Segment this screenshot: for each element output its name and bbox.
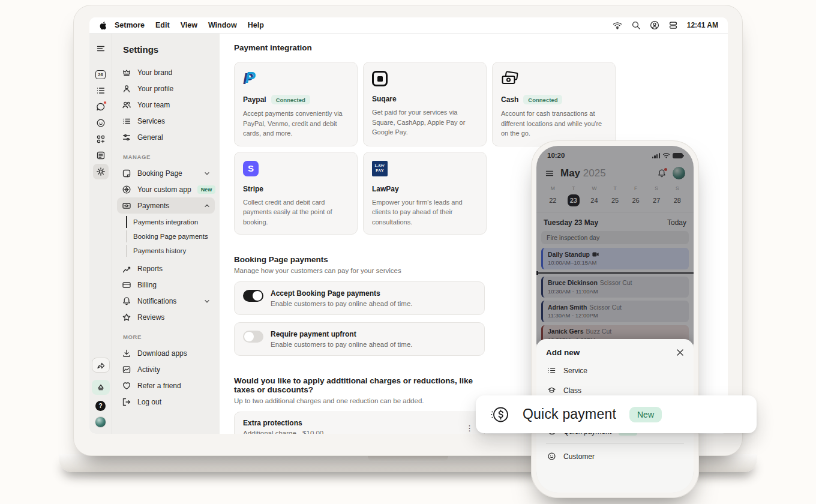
custom-app-icon xyxy=(122,185,131,194)
sidebar-title: Settings xyxy=(123,44,215,55)
sidebar-item-booking-page[interactable]: Booking Page xyxy=(117,165,215,181)
payments-submenu: Payments integration Booking Page paymen… xyxy=(126,215,215,258)
user-avatar[interactable] xyxy=(95,416,106,428)
quick-payment-callout[interactable]: Quick payment New xyxy=(476,395,757,433)
page-title: Payment integration xyxy=(234,43,728,52)
services-icon xyxy=(122,116,131,126)
sidebar-item-your-profile[interactable]: Your profile xyxy=(117,80,215,97)
calendar-icon[interactable]: 26 xyxy=(93,67,109,82)
menubar-item-help[interactable]: Help xyxy=(242,21,269,29)
menu-hamburger-icon[interactable] xyxy=(93,41,109,56)
menubar-clock[interactable]: 12:41 AM xyxy=(687,21,718,29)
toggle-switch-on[interactable] xyxy=(243,290,263,302)
team-icon xyxy=(122,100,131,110)
toggle-switch-off[interactable] xyxy=(243,331,263,343)
charges-heading: Would you like to apply addtitional char… xyxy=(234,376,492,394)
sidebar-item-activity[interactable]: Activity xyxy=(117,361,215,377)
cash-logo xyxy=(501,71,519,86)
account-icon[interactable] xyxy=(650,20,659,30)
phone-mockup: 10:20 May 2025 M22 xyxy=(531,140,699,498)
card-cash[interactable]: CashConnected Account for cash transacti… xyxy=(492,62,616,146)
sidebar-item-your-brand[interactable]: Your brand xyxy=(117,64,215,80)
chevron-down-icon xyxy=(204,170,210,176)
sidebar-item-services[interactable]: Services xyxy=(117,113,215,129)
star-icon xyxy=(122,313,131,322)
sidebar-item-your-custom-app[interactable]: Your custom app New xyxy=(117,181,215,197)
sidebar-item-payments[interactable]: Payments xyxy=(117,197,215,214)
booking-page-icon xyxy=(122,169,131,178)
list-icon[interactable] xyxy=(93,83,109,98)
connected-badge: Connected xyxy=(271,95,310,104)
sidebar-item-download-apps[interactable]: Download apps xyxy=(117,345,215,361)
charge-row-extra-protections: Extra protections Additional charge - $1… xyxy=(234,412,485,434)
menubar-item-window[interactable]: Window xyxy=(203,21,242,29)
apps-plus-icon[interactable] xyxy=(93,131,109,147)
reports-icon xyxy=(122,264,131,274)
sidebar-item-log-out[interactable]: Log out xyxy=(117,394,215,410)
search-icon[interactable] xyxy=(631,20,641,30)
chat-icon[interactable] xyxy=(93,99,109,115)
sidebar-item-your-team[interactable]: Your team xyxy=(117,97,215,113)
billing-icon xyxy=(122,280,131,290)
menubar-item-edit[interactable]: Edit xyxy=(150,21,175,29)
payments-icon xyxy=(122,201,131,211)
menubar-item-view[interactable]: View xyxy=(175,21,203,29)
app-icon-rail: 26 ? xyxy=(89,34,112,434)
callout-label: Quick payment xyxy=(523,406,616,422)
apple-icon[interactable] xyxy=(99,21,107,30)
sheet-item-service[interactable]: Service xyxy=(536,361,694,380)
close-icon[interactable] xyxy=(676,349,684,356)
sheet-item-customer[interactable]: Customer xyxy=(536,446,694,466)
connected-badge: Connected xyxy=(523,95,562,104)
phone-screen: 10:20 May 2025 M22 xyxy=(536,146,694,493)
services-icon xyxy=(547,366,556,375)
upgrade-icon[interactable] xyxy=(92,380,110,395)
paypal-logo: PP xyxy=(243,71,253,86)
sidebar-section-more: MORE xyxy=(123,334,215,340)
sheet-title: Add new xyxy=(546,348,580,357)
wifi-icon[interactable] xyxy=(613,20,622,30)
subitem-payments-history[interactable]: Payments history xyxy=(126,244,215,258)
activity-icon xyxy=(122,365,131,374)
help-icon[interactable]: ? xyxy=(95,401,106,411)
sidebar-item-notifications[interactable]: Notifications xyxy=(117,293,215,309)
profile-icon xyxy=(122,84,131,94)
control-center-icon[interactable] xyxy=(668,20,678,30)
coin-dollar-icon xyxy=(490,405,509,424)
square-logo xyxy=(372,71,388,86)
customer-smiley-icon xyxy=(547,452,556,461)
subitem-booking-page-payments[interactable]: Booking Page payments xyxy=(126,229,215,244)
settings-gear-icon[interactable] xyxy=(93,164,109,179)
subitem-payments-integration[interactable]: Payments integration xyxy=(126,215,215,229)
download-icon xyxy=(122,349,131,358)
graduation-cap-icon xyxy=(547,386,556,395)
card-lawpay[interactable]: LAWPAY LawPay Empower your firm's leads … xyxy=(363,152,487,235)
notes-icon[interactable] xyxy=(93,148,109,163)
stripe-logo: S xyxy=(243,161,259,176)
dim-overlay xyxy=(536,146,694,344)
sidebar-section-manage: MANAGE xyxy=(123,154,215,160)
menubar-app-name[interactable]: Setmore xyxy=(109,21,150,29)
sidebar-item-billing[interactable]: Billing xyxy=(117,277,215,293)
card-square[interactable]: Suqare Get paid for your services via Sq… xyxy=(363,62,487,146)
sidebar-item-reports[interactable]: Reports xyxy=(117,260,215,277)
heart-icon xyxy=(122,381,131,391)
toggle-accept-booking-payments: Accept Booking Page payments Enable cust… xyxy=(234,281,485,315)
macos-menubar: Setmore Edit View Window Help 12:41 AM xyxy=(89,17,728,34)
sidebar-item-general[interactable]: General xyxy=(117,129,215,145)
customers-icon[interactable] xyxy=(93,115,109,131)
card-paypal[interactable]: PP PaypalConnected Accept payments conve… xyxy=(234,62,358,146)
sidebar-item-reviews[interactable]: Reviews xyxy=(117,309,215,325)
calendar-view: 10:20 May 2025 M22 xyxy=(536,146,694,493)
card-stripe[interactable]: S Stripe Collect credit and debit card p… xyxy=(234,152,358,235)
logout-icon xyxy=(122,397,131,407)
sidebar-item-refer-a-friend[interactable]: Refer a friend xyxy=(117,377,215,394)
chevron-up-icon xyxy=(204,203,210,209)
share-icon[interactable] xyxy=(92,358,110,373)
general-icon xyxy=(122,133,131,142)
kebab-menu-icon[interactable]: ⋮ xyxy=(463,424,476,433)
bell-icon xyxy=(122,296,131,306)
chevron-down-icon xyxy=(204,298,210,304)
new-badge: New xyxy=(197,185,216,194)
brand-icon xyxy=(122,68,131,77)
